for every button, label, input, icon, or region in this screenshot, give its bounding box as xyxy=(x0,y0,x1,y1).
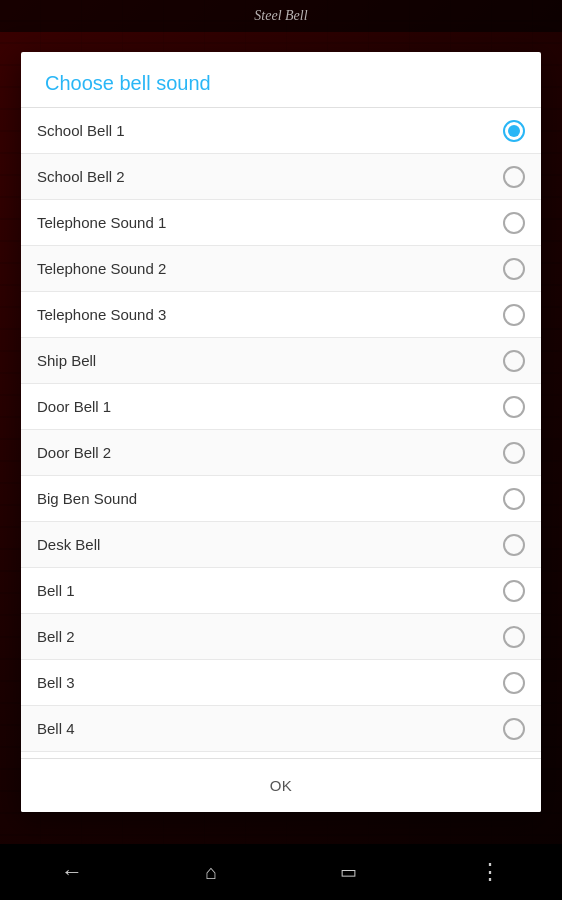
item-label: Ship Bell xyxy=(37,352,96,369)
dialog-footer: OK xyxy=(21,758,541,812)
status-bar: Steel Bell xyxy=(0,0,562,32)
list-item[interactable]: Bell 2 xyxy=(21,614,541,660)
item-label: Telephone Sound 3 xyxy=(37,306,166,323)
radio-button[interactable] xyxy=(503,718,525,740)
radio-button[interactable] xyxy=(503,534,525,556)
list-item[interactable]: Telephone Sound 3 xyxy=(21,292,541,338)
list-item[interactable]: Telephone Sound 2 xyxy=(21,246,541,292)
list-item[interactable]: Telephone Sound 1 xyxy=(21,200,541,246)
recents-button[interactable]: ▭ xyxy=(340,861,357,883)
more-button[interactable]: ⋮ xyxy=(479,859,501,885)
item-label: Bell 4 xyxy=(37,720,75,737)
list-item[interactable]: Bell 4 xyxy=(21,706,541,752)
item-label: Door Bell 1 xyxy=(37,398,111,415)
bell-sound-list: School Bell 1School Bell 2Telephone Soun… xyxy=(21,108,541,758)
status-bar-title: Steel Bell xyxy=(254,8,307,24)
navigation-bar: ← ⌂ ▭ ⋮ xyxy=(0,844,562,900)
radio-button[interactable] xyxy=(503,396,525,418)
dialog-title: Choose bell sound xyxy=(45,72,211,94)
radio-button[interactable] xyxy=(503,212,525,234)
choose-bell-dialog: Choose bell sound School Bell 1School Be… xyxy=(21,52,541,812)
item-label: Big Ben Sound xyxy=(37,490,137,507)
list-item[interactable]: Ship Bell xyxy=(21,338,541,384)
item-label: Desk Bell xyxy=(37,536,100,553)
list-item[interactable]: Door Bell 2 xyxy=(21,430,541,476)
item-label: Bell 1 xyxy=(37,582,75,599)
list-item[interactable]: Desk Bell xyxy=(21,522,541,568)
back-button[interactable]: ← xyxy=(61,859,83,885)
list-item[interactable]: Door Bell 1 xyxy=(21,384,541,430)
item-label: School Bell 1 xyxy=(37,122,125,139)
list-item[interactable]: Big Ben Sound xyxy=(21,476,541,522)
radio-button[interactable] xyxy=(503,258,525,280)
item-label: Bell 2 xyxy=(37,628,75,645)
radio-button[interactable] xyxy=(503,166,525,188)
list-item[interactable]: Bell 3 xyxy=(21,660,541,706)
radio-button[interactable] xyxy=(503,672,525,694)
home-button[interactable]: ⌂ xyxy=(205,861,217,884)
radio-button[interactable] xyxy=(503,580,525,602)
radio-button[interactable] xyxy=(503,442,525,464)
ok-button[interactable]: OK xyxy=(238,767,325,804)
radio-button[interactable] xyxy=(503,350,525,372)
radio-inner-dot xyxy=(508,125,520,137)
item-label: Bell 3 xyxy=(37,674,75,691)
radio-button[interactable] xyxy=(503,626,525,648)
item-label: Telephone Sound 1 xyxy=(37,214,166,231)
radio-button[interactable] xyxy=(503,488,525,510)
item-label: Door Bell 2 xyxy=(37,444,111,461)
list-item[interactable]: School Bell 1 xyxy=(21,108,541,154)
dialog-backdrop: Choose bell sound School Bell 1School Be… xyxy=(0,32,562,844)
radio-button[interactable] xyxy=(503,120,525,142)
dialog-header: Choose bell sound xyxy=(21,52,541,108)
item-label: School Bell 2 xyxy=(37,168,125,185)
list-item[interactable]: School Bell 2 xyxy=(21,154,541,200)
radio-button[interactable] xyxy=(503,304,525,326)
list-item[interactable]: Bell 1 xyxy=(21,568,541,614)
item-label: Telephone Sound 2 xyxy=(37,260,166,277)
